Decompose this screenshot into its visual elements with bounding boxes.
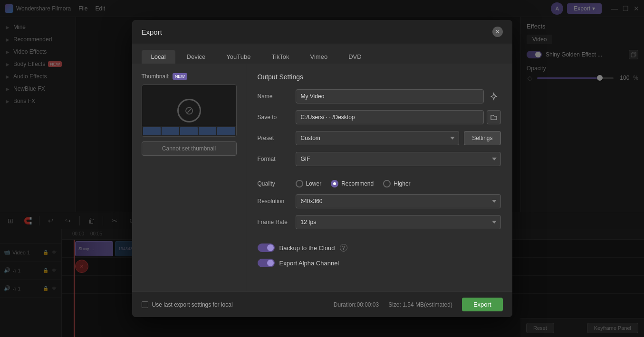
name-input[interactable] <box>296 89 484 103</box>
preset-row: Preset Custom Settings <box>258 131 501 145</box>
frame-rate-select[interactable]: 12 fps <box>296 215 501 229</box>
save-to-row: Save to <box>258 110 501 124</box>
lower-radio <box>296 180 303 187</box>
thumbnail-preview[interactable]: ⊘ <box>142 84 237 137</box>
use-last-settings-label: Use last export settings for local <box>152 301 233 308</box>
export-button[interactable]: Export <box>462 298 503 311</box>
size-info: Size: 1.54 MB(estimated) <box>388 301 452 308</box>
settings-button[interactable]: Settings <box>464 131 500 145</box>
dialog-close-button[interactable]: ✕ <box>492 27 503 37</box>
higher-radio <box>383 180 391 187</box>
preset-label: Preset <box>258 135 296 141</box>
higher-label: Higher <box>394 180 410 187</box>
quality-label: Quality <box>258 180 296 187</box>
quality-radio-group: Lower Recommend Higher <box>296 180 411 187</box>
frame-rate-row: Frame Rate 12 fps <box>258 215 501 229</box>
dialog-body: Thumbnail: NEW ⊘ Cannot set thum <box>132 64 512 291</box>
frame-rate-label: Frame Rate <box>258 219 296 225</box>
thumbnail-strip <box>142 126 236 136</box>
quality-recommend[interactable]: Recommend <box>331 180 374 187</box>
tab-tiktok[interactable]: TikTok <box>262 50 298 64</box>
app-container: Wondershare Filmora File Edit A Export ▾… <box>0 0 644 337</box>
export-tabs: Local Device YouTube TikTok Vimeo DVD <box>132 44 512 64</box>
backup-cloud-toggle[interactable] <box>258 243 275 252</box>
cannot-set-thumbnail-button: Cannot set thumbnail <box>142 141 237 156</box>
recommend-radio <box>331 180 338 187</box>
tab-local[interactable]: Local <box>142 50 175 64</box>
quality-row: Quality Lower Recommend <box>258 180 501 187</box>
export-alpha-label: Export Alpha Channel <box>279 260 339 267</box>
quality-higher[interactable]: Higher <box>383 180 410 187</box>
format-select[interactable]: GIF <box>296 152 501 166</box>
duration-info: Duration:00:00:03 <box>334 301 379 308</box>
resolution-row: Resolution 640x360 <box>258 194 501 208</box>
use-last-settings-checkbox[interactable] <box>142 301 148 308</box>
tab-youtube[interactable]: YouTube <box>217 50 260 64</box>
thumbnail-section: Thumbnail: NEW ⊘ Cannot set thum <box>132 64 246 291</box>
tab-dvd[interactable]: DVD <box>339 50 371 64</box>
divider-1 <box>258 173 501 173</box>
export-alpha-toggle[interactable] <box>258 259 275 267</box>
save-to-input[interactable] <box>296 110 484 124</box>
recommend-label: Recommend <box>341 180 374 187</box>
save-to-label: Save to <box>258 114 296 121</box>
thumbnail-new-badge: NEW <box>173 73 187 80</box>
export-dialog: Export ✕ Local Device YouTube TikTok Vim… <box>132 20 512 317</box>
use-last-settings[interactable]: Use last export settings for local <box>142 301 233 308</box>
ai-button[interactable] <box>487 89 501 103</box>
format-row: Format GIF <box>258 152 501 166</box>
backup-cloud-row: Backup to the Cloud ? <box>258 243 501 252</box>
no-thumbnail-icon: ⊘ <box>177 99 201 122</box>
output-settings-title: Output Settings <box>258 73 501 81</box>
tab-vimeo[interactable]: Vimeo <box>301 50 337 64</box>
backup-help-icon[interactable]: ? <box>340 244 347 252</box>
preset-select[interactable]: Custom <box>296 131 460 145</box>
modal-overlay: Export ✕ Local Device YouTube TikTok Vim… <box>0 0 644 337</box>
tab-device[interactable]: Device <box>177 50 215 64</box>
resolution-label: Resolution <box>258 198 296 205</box>
footer-right: Duration:00:00:03 Size: 1.54 MB(estimate… <box>334 298 503 311</box>
dialog-title: Export <box>142 28 162 36</box>
lower-label: Lower <box>306 180 322 187</box>
export-alpha-row: Export Alpha Channel <box>258 259 501 267</box>
quality-lower[interactable]: Lower <box>296 180 322 187</box>
name-label: Name <box>258 93 296 100</box>
thumbnail-label: Thumbnail: NEW <box>142 73 236 80</box>
resolution-select[interactable]: 640x360 <box>296 194 501 208</box>
name-row: Name <box>258 89 501 103</box>
backup-cloud-label: Backup to the Cloud <box>279 244 335 252</box>
output-settings: Output Settings Name Save to <box>246 64 512 291</box>
dialog-footer: Use last export settings for local Durat… <box>132 291 512 317</box>
dialog-header: Export ✕ <box>132 20 512 44</box>
browse-folder-button[interactable] <box>487 110 501 124</box>
format-label: Format <box>258 156 296 162</box>
